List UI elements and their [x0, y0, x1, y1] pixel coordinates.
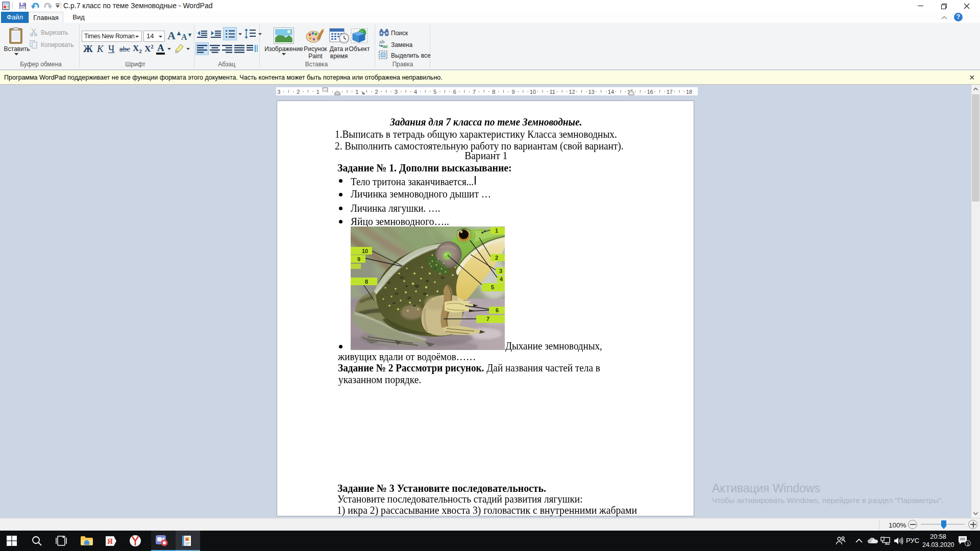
svg-text:9: 9	[511, 89, 514, 95]
svg-text:ac: ac	[383, 44, 388, 48]
svg-text:3: 3	[499, 268, 502, 274]
svg-text:7: 7	[486, 316, 489, 322]
svg-text:12: 12	[569, 89, 575, 95]
svg-text:5: 5	[491, 284, 494, 290]
svg-text:17: 17	[667, 89, 673, 95]
svg-text:14: 14	[608, 89, 614, 95]
svg-text:1: 1	[967, 541, 969, 546]
svg-text:13: 13	[588, 89, 594, 95]
svg-text:5: 5	[433, 89, 436, 95]
svg-text:9: 9	[357, 256, 360, 262]
svg-text:4: 4	[414, 89, 417, 95]
svg-text:1: 1	[495, 228, 498, 234]
svg-text:2: 2	[495, 255, 498, 261]
svg-text:10: 10	[362, 248, 368, 254]
svg-text:8: 8	[365, 279, 368, 285]
svg-text:2: 2	[375, 89, 378, 95]
svg-text:6: 6	[453, 89, 456, 95]
svg-text:A: A	[185, 537, 188, 542]
svg-text:11: 11	[549, 89, 555, 95]
svg-text:6: 6	[496, 307, 499, 313]
svg-text:8: 8	[492, 89, 495, 95]
svg-text:3: 3	[395, 89, 398, 95]
svg-text:1: 1	[355, 89, 358, 95]
svg-text:16: 16	[647, 89, 653, 95]
svg-text:7: 7	[473, 89, 476, 95]
svg-text:Я: Я	[107, 537, 113, 545]
svg-text:18: 18	[686, 89, 692, 95]
svg-text:1: 1	[316, 89, 320, 95]
svg-text:4: 4	[500, 276, 503, 282]
svg-text:10: 10	[530, 89, 536, 95]
svg-text:3: 3	[277, 89, 280, 95]
svg-text:2: 2	[297, 89, 300, 95]
